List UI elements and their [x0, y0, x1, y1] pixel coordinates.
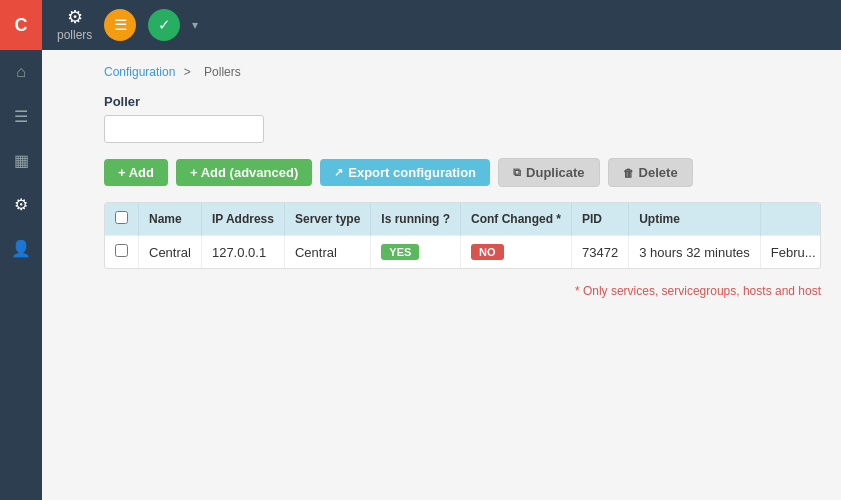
footnote: * Only services, servicegroups, hosts an… [104, 284, 821, 298]
row-pid: 73472 [572, 236, 629, 269]
sidebar-item-home[interactable]: ⌂ [0, 50, 42, 94]
col-uptime: Uptime [629, 203, 761, 236]
conf-changed-badge: NO [471, 244, 504, 260]
row-name: Central [139, 236, 202, 269]
pollers-table-container: Name IP Address Server type Is running ?… [104, 202, 821, 269]
breadcrumb-separator: > [184, 65, 191, 79]
topbar-section-icon: ⚙ [67, 8, 83, 26]
poller-filter-input[interactable] [104, 115, 264, 143]
delete-button[interactable]: 🗑 Delete [608, 158, 693, 187]
col-pid: PID [572, 203, 629, 236]
row-checkbox-cell [105, 236, 139, 269]
topbar-section-group: ⚙ pollers [57, 8, 92, 42]
topbar-chevron-icon[interactable]: ▾ [192, 18, 198, 32]
sidebar: C ⌂ ☰ ▦ ⚙ 👤 [0, 0, 42, 500]
breadcrumb: Configuration > Pollers [104, 65, 821, 79]
row-is-running: YES [371, 236, 461, 269]
topbar-icon-menu[interactable]: ☰ [104, 9, 136, 41]
export-button[interactable]: ↗ Export configuration [320, 159, 490, 186]
col-conf-changed: Conf Changed * [461, 203, 572, 236]
topbar-icon-check[interactable]: ✓ [148, 9, 180, 41]
row-checkbox[interactable] [115, 244, 128, 257]
col-is-running: Is running ? [371, 203, 461, 236]
row-conf-changed: NO [461, 236, 572, 269]
col-name: Name [139, 203, 202, 236]
breadcrumb-current: Pollers [204, 65, 241, 79]
table-header-row: Name IP Address Server type Is running ?… [105, 203, 821, 236]
row-date: Febru... [760, 236, 821, 269]
filter-label: Poller [104, 94, 821, 109]
sidebar-item-users[interactable]: 👤 [0, 226, 42, 270]
main-content: Configuration > Pollers Poller + Add + A… [84, 50, 841, 500]
col-checkbox [105, 203, 139, 236]
row-uptime: 3 hours 32 minutes [629, 236, 761, 269]
sidebar-logo: C [0, 0, 42, 50]
running-badge: YES [381, 244, 419, 260]
topbar-section-label: pollers [57, 28, 92, 42]
buttons-row: + Add + Add (advanced) ↗ Export configur… [104, 158, 821, 187]
add-advanced-button[interactable]: + Add (advanced) [176, 159, 312, 186]
footnote-text: Only services, servicegroups, hosts and … [583, 284, 821, 298]
footnote-asterisk: * [575, 284, 580, 298]
duplicate-button[interactable]: ⧉ Duplicate [498, 158, 600, 187]
breadcrumb-parent[interactable]: Configuration [104, 65, 175, 79]
row-ip-address: 127.0.0.1 [201, 236, 284, 269]
add-button[interactable]: + Add [104, 159, 168, 186]
sidebar-item-messages[interactable]: ☰ [0, 94, 42, 138]
table-row: Central 127.0.0.1 Central YES NO 73472 3… [105, 236, 821, 269]
topbar: ⚙ pollers ☰ ✓ ▾ [42, 0, 841, 50]
pollers-table: Name IP Address Server type Is running ?… [105, 203, 821, 268]
col-ip-address: IP Address [201, 203, 284, 236]
select-all-checkbox[interactable] [115, 211, 128, 224]
col-extra [760, 203, 821, 236]
sidebar-item-chart[interactable]: ▦ [0, 138, 42, 182]
col-server-type: Server type [284, 203, 370, 236]
row-server-type: Central [284, 236, 370, 269]
logo-text: C [15, 15, 28, 36]
sidebar-item-settings[interactable]: ⚙ [0, 182, 42, 226]
